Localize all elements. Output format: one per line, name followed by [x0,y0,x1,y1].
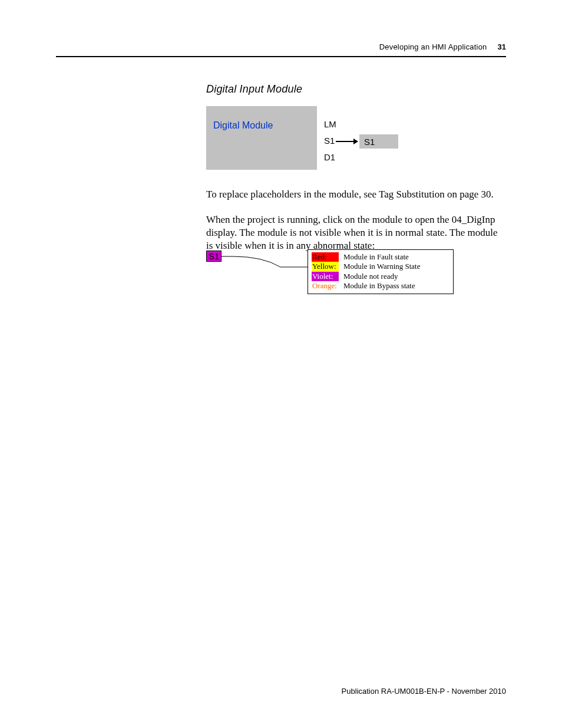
s1-result-box: S1 [359,134,398,149]
legend-desc-yellow: Module in Warning State [343,262,449,271]
legend-desc-violet: Module not ready [343,272,449,281]
label-d1: D1 [324,152,335,162]
header-chapter-title: Developing an HMI Application [379,42,487,51]
page: Developing an HMI Application 31 Digital… [0,0,562,728]
legend-row-red: Red: Module in Fault state [312,252,449,262]
page-header: Developing an HMI Application 31 [56,42,506,51]
legend-row-violet: Violet: Module not ready [312,272,449,281]
s1-state-badge: S1 [206,251,222,262]
header-page-number: 31 [498,42,506,51]
arrow-right-icon [336,136,358,147]
label-lm: LM [324,119,336,129]
footer-publication: Publication RA-UM001B-EN-P - November 20… [342,687,506,696]
paragraph-tag-substitution: To replace placeholders in the module, s… [206,188,505,201]
header-divider [56,56,506,57]
legend-row-yellow: Yellow: Module in Warning State [312,262,449,271]
legend-tag-yellow: Yellow: [312,262,339,271]
figure-digital-module: Digital Module LM S1 D1 S1 [206,106,411,176]
digital-module-label: Digital Module [213,120,273,131]
section-heading: Digital Input Module [206,83,302,95]
connector-line-icon [222,254,308,272]
paragraph-runtime-behavior: When the project is running, click on th… [206,213,505,252]
legend-row-orange: Orange: Module in Bypass state [312,281,449,291]
legend-desc-orange: Module in Bypass state [343,281,449,291]
figure-state-legend: S1 Red: Module in Fault state Yellow: Mo… [206,249,457,298]
legend-desc-red: Module in Fault state [343,252,449,262]
digital-module-box: Digital Module [206,106,317,170]
legend-tag-orange: Orange: [312,281,339,291]
s1-result-label: S1 [364,137,375,147]
legend-tag-red: Red: [312,252,339,262]
legend-tag-violet: Violet: [312,272,339,281]
label-s1: S1 [324,136,335,146]
svg-marker-1 [353,139,358,144]
legend-box: Red: Module in Fault state Yellow: Modul… [308,249,454,294]
